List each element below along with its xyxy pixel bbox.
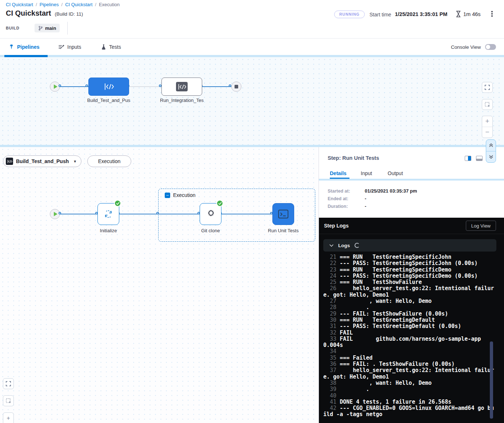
more-options-button[interactable] bbox=[489, 11, 495, 18]
log-line-text: === RUN TestGreetingDefault bbox=[340, 317, 435, 323]
log-line-text: === Failed bbox=[340, 355, 372, 361]
tab-tests[interactable]: Tests bbox=[101, 39, 121, 55]
log-line: 35 === Failed bbox=[323, 355, 495, 361]
log-view-button[interactable]: Log View bbox=[466, 221, 496, 231]
console-view-toggle[interactable] bbox=[485, 44, 496, 50]
log-line-number: 42 bbox=[323, 405, 340, 411]
log-line-text: , want: Hello, Demo bbox=[340, 298, 432, 304]
terminal-icon bbox=[278, 209, 289, 219]
log-line-text: === RUN TestGreetingSpecificDemo bbox=[340, 266, 451, 273]
connector-dot bbox=[159, 84, 161, 87]
log-line-text: hello_server_test.go:22: Intentional fai… bbox=[323, 285, 494, 298]
tab-details[interactable]: Details bbox=[330, 170, 347, 176]
log-line-text: === RUN TestGreetingSpecificJohn bbox=[340, 254, 451, 260]
log-line-text: === FAIL: . TestShowFailure (0.00s) bbox=[340, 361, 455, 367]
success-check-icon bbox=[114, 200, 121, 207]
stage-label: Build_Test_and_Pus bbox=[87, 98, 131, 103]
layout-bottom-panel-icon[interactable] bbox=[476, 156, 483, 161]
hourglass-icon bbox=[455, 11, 461, 17]
log-line: 31 --- PASS: TestGreetingDefault (0.00s) bbox=[323, 323, 495, 329]
fullscreen-button[interactable] bbox=[3, 378, 14, 389]
tab-inputs[interactable]: Inputs bbox=[58, 39, 81, 55]
log-line-text: --- CGO_ENABLED=0 GOOS=linux GOARCH=amd6… bbox=[323, 405, 494, 418]
collapse-group-checkbox[interactable]: – bbox=[165, 193, 170, 198]
panel-collapse-control bbox=[486, 139, 496, 163]
pipeline-edge bbox=[202, 86, 231, 87]
tab-tests-label: Tests bbox=[109, 44, 121, 50]
logs-section-toggle[interactable]: Logs bbox=[323, 239, 496, 252]
log-lines[interactable]: 21 === RUN TestGreetingSpecificJohn 22 -… bbox=[323, 254, 495, 418]
log-line-text: --- FAIL: TestShowFailure (0.00s) bbox=[340, 311, 448, 317]
log-line-number: 33 bbox=[323, 336, 340, 342]
step-logs-title: Step Logs bbox=[324, 223, 349, 229]
marquee-select-button[interactable] bbox=[3, 395, 14, 406]
execution-view-button[interactable]: Execution bbox=[87, 155, 131, 167]
step-edge bbox=[119, 214, 200, 214]
log-line: 33 FAIL github.com/harness/go-sample-app… bbox=[323, 336, 495, 349]
step-logs-header: Step Logs Log View bbox=[319, 218, 504, 234]
tab-inputs-label: Inputs bbox=[67, 44, 81, 50]
log-line-number: 39 bbox=[323, 386, 340, 392]
pipeline-edge bbox=[60, 86, 88, 87]
step-details-panel: Step: Run Unit Tests Details Input Outpu… bbox=[319, 147, 504, 423]
log-line-number: 34 bbox=[323, 348, 340, 355]
step-panel-title: Step: Run Unit Tests bbox=[328, 155, 379, 161]
stage-node-build-test-and-push[interactable] bbox=[88, 78, 129, 96]
layout-right-panel-icon[interactable] bbox=[465, 156, 471, 161]
breadcrumb-link[interactable]: CI Quickstart bbox=[6, 2, 33, 7]
log-line: 36 === FAIL: . TestShowFailure (0.00s) bbox=[323, 361, 495, 367]
collapse-down-button[interactable] bbox=[486, 151, 496, 163]
breadcrumb-separator: / bbox=[95, 2, 96, 7]
zoom-in-button[interactable]: + bbox=[3, 412, 14, 423]
elapsed-time: 1m 46s bbox=[463, 11, 481, 17]
log-line-number: 25 bbox=[323, 279, 340, 285]
log-line-text: === RUN TestShowFailure bbox=[340, 279, 422, 285]
zoom-out-button[interactable]: − bbox=[482, 127, 492, 138]
log-line-number: 22 bbox=[323, 260, 340, 266]
harness-execution-page: CI Quickstart/ Pipelines/ CI Quickstart/… bbox=[0, 0, 504, 423]
log-line: 42 --- CGO_ENABLED=0 GOOS=linux GOARCH=a… bbox=[323, 405, 495, 418]
detail-label: Started at: bbox=[328, 189, 365, 194]
breadcrumb-link[interactable]: Pipelines bbox=[40, 2, 59, 7]
breadcrumb-link[interactable]: CI Quickstart bbox=[65, 2, 92, 7]
stage-node-run-integration-tests[interactable] bbox=[161, 78, 202, 96]
plugin-icon bbox=[205, 209, 216, 220]
branch-tag[interactable]: main bbox=[35, 24, 60, 32]
detail-row: Ended at: - bbox=[328, 195, 417, 202]
pipeline-canvas[interactable] bbox=[0, 57, 504, 145]
breadcrumb-separator: / bbox=[61, 2, 63, 7]
zoom-in-button[interactable]: + bbox=[482, 116, 492, 127]
loading-spinner-icon bbox=[355, 243, 360, 248]
tab-output[interactable]: Output bbox=[388, 170, 403, 176]
chevron-down-icon: ▼ bbox=[73, 159, 77, 163]
log-line: 38 , want: Hello, Demo bbox=[323, 380, 495, 386]
marquee-select-button[interactable] bbox=[482, 99, 493, 110]
connector-dot bbox=[59, 212, 61, 214]
log-line-number: 41 bbox=[323, 399, 340, 405]
log-line-text: . bbox=[340, 386, 369, 392]
status-badge: RUNNING bbox=[334, 11, 365, 18]
log-line-number: 23 bbox=[323, 266, 340, 273]
pipeline-end-node bbox=[231, 82, 241, 92]
header-divider bbox=[67, 22, 68, 35]
breadcrumb-link[interactable]: Execution bbox=[99, 2, 120, 7]
success-check-icon bbox=[216, 200, 223, 207]
active-tab-indicator bbox=[4, 55, 48, 57]
sync-icon bbox=[103, 209, 113, 219]
tab-pipelines[interactable]: Pipelines bbox=[9, 39, 39, 55]
log-line: 21 === RUN TestGreetingSpecificJohn bbox=[323, 254, 495, 260]
pipeline-title: CI Quickstart bbox=[6, 9, 51, 17]
tab-input[interactable]: Input bbox=[361, 170, 372, 176]
collapse-up-button[interactable] bbox=[486, 140, 496, 151]
play-icon bbox=[54, 84, 57, 89]
git-branch-icon bbox=[38, 26, 43, 31]
log-line: 26 hello_server_test.go:22: Intentional … bbox=[323, 285, 495, 298]
start-time-value: 1/25/2021 3:35:01 PM bbox=[395, 11, 447, 17]
log-scrollbar-thumb[interactable] bbox=[490, 341, 493, 419]
execution-group-label: – Execution bbox=[165, 192, 195, 198]
log-line-number: 35 bbox=[323, 355, 340, 361]
fullscreen-button[interactable] bbox=[482, 82, 493, 93]
branch-name: main bbox=[45, 25, 56, 31]
stage-selector-dropdown[interactable]: Build_Test_and_Push ▼ bbox=[3, 155, 81, 167]
step-node-run-unit-tests[interactable] bbox=[272, 203, 294, 225]
